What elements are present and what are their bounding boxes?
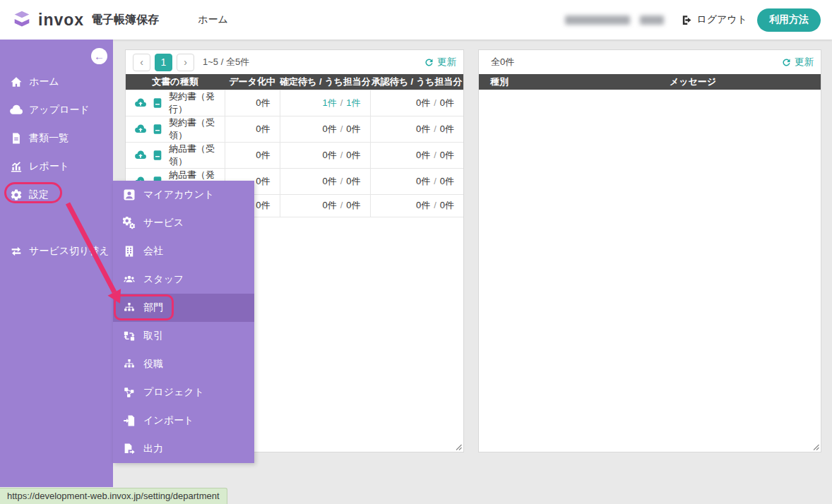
col-header-message: メッセージ — [565, 74, 821, 90]
documents-icon — [10, 132, 23, 145]
staff-icon — [123, 273, 136, 286]
switch-service-icon — [10, 245, 23, 258]
status-url-tooltip: https://development-web.invox.jp/setting… — [0, 488, 227, 504]
settings-submenu: マイアカウント サービス 会社 スタッフ 部門 取引 役職 — [113, 181, 254, 463]
sidebar-item-home[interactable]: ホーム — [0, 68, 113, 96]
app-logo: invox 電子帳簿保存 — [11, 9, 159, 30]
topbar: invox 電子帳簿保存 ホーム ログアウト 利用方法 — [0, 0, 832, 40]
sidebar-item-switch-service[interactable]: サービス切り替え — [0, 237, 113, 265]
logout-icon — [681, 14, 693, 26]
message-count-text: 全0件 — [486, 56, 514, 68]
upload-icon — [10, 104, 23, 116]
document-list-icon[interactable] — [152, 97, 163, 109]
submenu-item-company[interactable]: 会社 — [113, 237, 254, 265]
submenu-item-services[interactable]: サービス — [113, 209, 254, 237]
col-header-pending-confirm: 確定待ち / うち担当分 — [280, 74, 370, 90]
department-icon — [123, 301, 136, 314]
usage-button[interactable]: 利用方法 — [757, 8, 821, 32]
export-icon — [123, 443, 136, 455]
sidebar-item-report[interactable]: レポート — [0, 152, 113, 181]
redacted-user-name — [640, 16, 664, 25]
pagination-next-button[interactable]: › — [177, 54, 194, 71]
home-icon — [10, 76, 23, 88]
services-icon — [123, 217, 136, 229]
table-row: 契約書（受領） 0件 0件/0件 0件/0件 — [126, 116, 463, 142]
doc-type-label: 契約書（発行） — [169, 90, 225, 116]
col-header-category: 種別 — [479, 74, 565, 90]
projects-icon — [123, 386, 136, 399]
sidebar-item-documents[interactable]: 書類一覧 — [0, 124, 113, 152]
redacted-company-name — [565, 16, 630, 25]
sidebar-item-settings[interactable]: 設定 — [0, 181, 113, 209]
import-icon — [123, 414, 136, 427]
submenu-item-import[interactable]: インポート — [113, 407, 254, 435]
logout-button[interactable]: ログアウト — [681, 13, 747, 26]
doc-type-label: 契約書（受領） — [169, 116, 225, 142]
submenu-item-export[interactable]: 出力 — [113, 435, 254, 463]
submenu-item-transactions[interactable]: 取引 — [113, 322, 254, 350]
messages-table: 種別 メッセージ — [479, 74, 821, 90]
upload-action-icon[interactable] — [135, 97, 146, 109]
resize-grip-icon[interactable] — [456, 444, 462, 450]
topnav-home[interactable]: ホーム — [198, 13, 228, 26]
sidebar-item-upload[interactable]: アップロード — [0, 96, 113, 124]
col-header-pending-approve: 承認待ち / うち担当分 — [370, 74, 463, 90]
table-row: 契約書（発行） 0件 1件/1件 0件/0件 — [126, 90, 463, 116]
doc-type-label: 納品書（受領） — [169, 143, 225, 168]
brand-name: invox — [38, 11, 84, 30]
positions-icon — [123, 358, 136, 371]
document-list-icon[interactable] — [152, 150, 163, 161]
refresh-button-left[interactable]: 更新 — [424, 56, 456, 68]
transactions-icon — [123, 330, 136, 342]
my-account-icon — [123, 188, 136, 201]
arrow-left-icon: ← — [94, 51, 105, 61]
refresh-icon — [781, 57, 792, 68]
company-icon — [123, 245, 136, 258]
report-icon — [10, 160, 23, 173]
pagination-page-1-button[interactable]: 1 — [155, 54, 172, 71]
settings-icon — [10, 188, 23, 201]
submenu-item-positions[interactable]: 役職 — [113, 350, 254, 378]
col-header-doc-type: 文書の種類 — [126, 74, 225, 90]
submenu-item-staff[interactable]: スタッフ — [113, 265, 254, 294]
col-header-digitizing: データ化中 — [225, 74, 280, 90]
messages-panel: 全0件 更新 種別 メッセージ — [478, 49, 821, 452]
brand-suffix: 電子帳簿保存 — [91, 13, 159, 28]
invox-logo-icon — [11, 9, 32, 30]
sidebar: ← ホーム アップロード 書類一覧 レポート — [0, 40, 113, 487]
upload-action-icon[interactable] — [135, 150, 146, 161]
sidebar-collapse-button[interactable]: ← — [91, 48, 107, 64]
table-row: 納品書（受領） 0件 0件/0件 0件/0件 — [126, 142, 463, 168]
refresh-icon — [424, 57, 434, 68]
submenu-item-department[interactable]: 部門 — [113, 294, 254, 322]
upload-action-icon[interactable] — [135, 124, 146, 135]
pagination-range-text: 1~5 / 全5件 — [203, 56, 249, 68]
pagination-prev-button[interactable]: ‹ — [133, 54, 150, 71]
submenu-item-projects[interactable]: プロジェクト — [113, 378, 254, 407]
refresh-button-right[interactable]: 更新 — [781, 56, 814, 68]
submenu-item-my-account[interactable]: マイアカウント — [113, 181, 254, 209]
resize-grip-icon[interactable] — [813, 444, 819, 450]
document-list-icon[interactable] — [152, 124, 163, 135]
